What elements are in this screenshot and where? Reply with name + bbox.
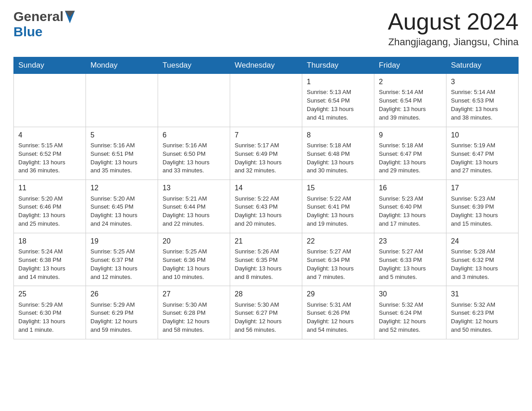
calendar-cell: 23Sunrise: 5:27 AMSunset: 6:33 PMDayligh… — [374, 233, 446, 286]
day-number: 13 — [163, 183, 225, 193]
day-number: 5 — [90, 130, 153, 140]
day-info: Sunrise: 5:16 AMSunset: 6:51 PMDaylight:… — [90, 142, 137, 174]
day-info: Sunrise: 5:18 AMSunset: 6:47 PMDaylight:… — [379, 142, 426, 174]
day-number: 16 — [379, 183, 442, 193]
calendar-cell: 20Sunrise: 5:25 AMSunset: 6:36 PMDayligh… — [158, 233, 230, 286]
day-info: Sunrise: 5:27 AMSunset: 6:33 PMDaylight:… — [379, 248, 426, 280]
day-number: 8 — [307, 130, 369, 140]
calendar-table: SundayMondayTuesdayWednesdayThursdayFrid… — [13, 57, 519, 339]
calendar-cell — [158, 74, 230, 127]
page-header: General Blue August 2024 Zhangjiagang, J… — [13, 9, 519, 48]
weekday-header-tuesday: Tuesday — [158, 57, 230, 74]
calendar-cell: 15Sunrise: 5:22 AMSunset: 6:41 PMDayligh… — [302, 180, 374, 233]
day-info: Sunrise: 5:13 AMSunset: 6:54 PMDaylight:… — [307, 89, 354, 121]
day-info: Sunrise: 5:23 AMSunset: 6:40 PMDaylight:… — [379, 195, 426, 227]
day-info: Sunrise: 5:28 AMSunset: 6:32 PMDaylight:… — [451, 248, 498, 280]
calendar-cell: 13Sunrise: 5:21 AMSunset: 6:44 PMDayligh… — [158, 180, 230, 233]
day-info: Sunrise: 5:30 AMSunset: 6:28 PMDaylight:… — [163, 301, 210, 334]
day-info: Sunrise: 5:21 AMSunset: 6:44 PMDaylight:… — [163, 195, 210, 227]
weekday-header-saturday: Saturday — [446, 57, 519, 74]
day-number: 21 — [235, 236, 297, 246]
day-number: 15 — [307, 183, 369, 193]
calendar-cell: 4Sunrise: 5:15 AMSunset: 6:52 PMDaylight… — [14, 127, 86, 180]
day-number: 6 — [163, 130, 225, 140]
calendar-cell: 24Sunrise: 5:28 AMSunset: 6:32 PMDayligh… — [446, 233, 519, 286]
weekday-header-wednesday: Wednesday — [230, 57, 302, 74]
day-info: Sunrise: 5:14 AMSunset: 6:54 PMDaylight:… — [379, 89, 426, 121]
calendar-cell: 9Sunrise: 5:18 AMSunset: 6:47 PMDaylight… — [374, 127, 446, 180]
logo: General Blue — [13, 9, 75, 39]
day-number: 4 — [18, 130, 81, 140]
day-info: Sunrise: 5:25 AMSunset: 6:37 PMDaylight:… — [90, 248, 137, 280]
day-number: 25 — [18, 289, 81, 299]
calendar-cell: 6Sunrise: 5:16 AMSunset: 6:50 PMDaylight… — [158, 127, 230, 180]
week-row-2: 4Sunrise: 5:15 AMSunset: 6:52 PMDaylight… — [14, 127, 519, 180]
day-number: 9 — [379, 130, 442, 140]
day-info: Sunrise: 5:31 AMSunset: 6:26 PMDaylight:… — [307, 301, 354, 334]
day-info: Sunrise: 5:32 AMSunset: 6:24 PMDaylight:… — [379, 301, 426, 334]
day-number: 31 — [451, 289, 514, 299]
calendar-cell: 17Sunrise: 5:23 AMSunset: 6:39 PMDayligh… — [446, 180, 519, 233]
logo-general-text: General — [13, 9, 64, 24]
day-number: 2 — [379, 77, 442, 87]
weekday-header-sunday: Sunday — [14, 57, 86, 74]
day-number: 19 — [90, 236, 153, 246]
day-number: 28 — [235, 289, 297, 299]
day-number: 18 — [18, 236, 81, 246]
day-info: Sunrise: 5:22 AMSunset: 6:43 PMDaylight:… — [235, 195, 282, 227]
calendar-cell: 14Sunrise: 5:22 AMSunset: 6:43 PMDayligh… — [230, 180, 302, 233]
calendar-cell — [230, 74, 302, 127]
day-number: 24 — [451, 236, 514, 246]
logo-icon — [64, 10, 75, 23]
day-number: 30 — [379, 289, 442, 299]
day-info: Sunrise: 5:16 AMSunset: 6:50 PMDaylight:… — [163, 142, 210, 174]
calendar-cell: 26Sunrise: 5:29 AMSunset: 6:29 PMDayligh… — [86, 286, 158, 339]
calendar-cell — [14, 74, 86, 127]
calendar-cell: 25Sunrise: 5:29 AMSunset: 6:30 PMDayligh… — [14, 286, 86, 339]
calendar-cell: 12Sunrise: 5:20 AMSunset: 6:45 PMDayligh… — [86, 180, 158, 233]
day-info: Sunrise: 5:15 AMSunset: 6:52 PMDaylight:… — [18, 142, 65, 174]
calendar-cell: 3Sunrise: 5:14 AMSunset: 6:53 PMDaylight… — [446, 74, 519, 127]
day-info: Sunrise: 5:32 AMSunset: 6:23 PMDaylight:… — [451, 301, 498, 334]
weekday-header-row: SundayMondayTuesdayWednesdayThursdayFrid… — [14, 57, 519, 74]
day-number: 29 — [307, 289, 369, 299]
week-row-1: 1Sunrise: 5:13 AMSunset: 6:54 PMDaylight… — [14, 74, 519, 127]
weekday-header-friday: Friday — [374, 57, 446, 74]
calendar-cell: 2Sunrise: 5:14 AMSunset: 6:54 PMDaylight… — [374, 74, 446, 127]
calendar-cell: 21Sunrise: 5:26 AMSunset: 6:35 PMDayligh… — [230, 233, 302, 286]
day-info: Sunrise: 5:27 AMSunset: 6:34 PMDaylight:… — [307, 248, 354, 280]
calendar-cell: 31Sunrise: 5:32 AMSunset: 6:23 PMDayligh… — [446, 286, 519, 339]
day-number: 1 — [307, 77, 369, 87]
day-number: 3 — [451, 77, 514, 87]
day-info: Sunrise: 5:22 AMSunset: 6:41 PMDaylight:… — [307, 195, 354, 227]
day-number: 17 — [451, 183, 514, 193]
weekday-header-monday: Monday — [86, 57, 158, 74]
calendar-cell: 29Sunrise: 5:31 AMSunset: 6:26 PMDayligh… — [302, 286, 374, 339]
calendar-cell: 8Sunrise: 5:18 AMSunset: 6:48 PMDaylight… — [302, 127, 374, 180]
calendar-cell: 10Sunrise: 5:19 AMSunset: 6:47 PMDayligh… — [446, 127, 519, 180]
day-number: 7 — [235, 130, 297, 140]
day-info: Sunrise: 5:29 AMSunset: 6:30 PMDaylight:… — [18, 301, 65, 334]
day-info: Sunrise: 5:24 AMSunset: 6:38 PMDaylight:… — [18, 248, 65, 280]
day-number: 27 — [163, 289, 225, 299]
day-info: Sunrise: 5:30 AMSunset: 6:27 PMDaylight:… — [235, 301, 282, 334]
weekday-header-thursday: Thursday — [302, 57, 374, 74]
day-number: 14 — [235, 183, 297, 193]
logo-blue-text: Blue — [13, 24, 43, 39]
location-subtitle: Zhangjiagang, Jiangsu, China — [388, 36, 519, 48]
day-info: Sunrise: 5:20 AMSunset: 6:45 PMDaylight:… — [90, 195, 137, 227]
calendar-cell: 1Sunrise: 5:13 AMSunset: 6:54 PMDaylight… — [302, 74, 374, 127]
week-row-4: 18Sunrise: 5:24 AMSunset: 6:38 PMDayligh… — [14, 233, 519, 286]
calendar-cell: 30Sunrise: 5:32 AMSunset: 6:24 PMDayligh… — [374, 286, 446, 339]
calendar-cell — [86, 74, 158, 127]
month-title: August 2024 — [388, 9, 519, 34]
calendar-cell: 28Sunrise: 5:30 AMSunset: 6:27 PMDayligh… — [230, 286, 302, 339]
day-info: Sunrise: 5:18 AMSunset: 6:48 PMDaylight:… — [307, 142, 354, 174]
day-info: Sunrise: 5:25 AMSunset: 6:36 PMDaylight:… — [163, 248, 210, 280]
day-info: Sunrise: 5:17 AMSunset: 6:49 PMDaylight:… — [235, 142, 282, 174]
calendar-cell: 5Sunrise: 5:16 AMSunset: 6:51 PMDaylight… — [86, 127, 158, 180]
calendar-cell: 18Sunrise: 5:24 AMSunset: 6:38 PMDayligh… — [14, 233, 86, 286]
day-info: Sunrise: 5:14 AMSunset: 6:53 PMDaylight:… — [451, 89, 498, 121]
day-info: Sunrise: 5:20 AMSunset: 6:46 PMDaylight:… — [18, 195, 65, 227]
day-info: Sunrise: 5:23 AMSunset: 6:39 PMDaylight:… — [451, 195, 498, 227]
